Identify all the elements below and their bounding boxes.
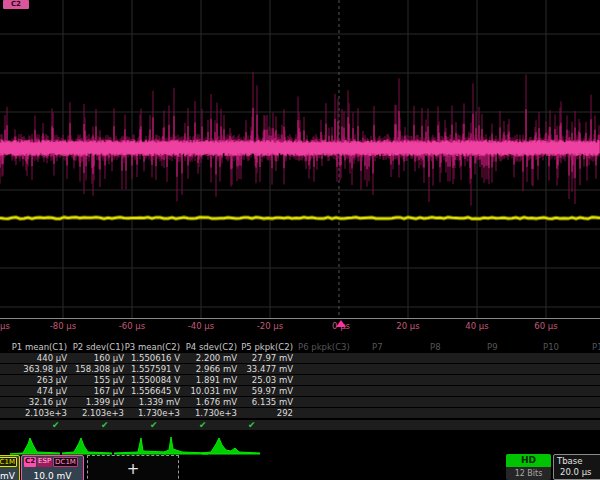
coupling-tag-c1: DC1M [0, 457, 17, 467]
time-axis-label: 40 µs [465, 321, 488, 331]
histicon[interactable] [62, 436, 112, 456]
channel-tag-esp: ESP [37, 457, 52, 467]
table-row: 440 µV160 µV1.550616 V2.200 mV27.97 mV [0, 353, 600, 363]
coupling-tag-c2: DC1M [53, 457, 78, 467]
time-axis-label: -40 µs [188, 321, 214, 331]
add-trace-button[interactable]: + [87, 455, 179, 480]
param-header-inactive[interactable]: P6 pkpk(C3) [298, 342, 350, 352]
param-header-inactive[interactable]: P7 [372, 342, 383, 352]
time-axis-label: -60 µs [119, 321, 145, 331]
param-header-inactive[interactable]: P11 [592, 342, 600, 352]
check-icon: ✔ [150, 420, 158, 430]
acquisition-hd-badge[interactable]: HD 12 Bits [506, 454, 551, 480]
bits-label: 12 Bits [506, 467, 551, 480]
param-header-inactive[interactable]: P10 [543, 342, 559, 352]
time-axis-label: -20 µs [257, 321, 283, 331]
histicon[interactable] [10, 436, 60, 456]
check-icon: ✔ [199, 420, 207, 430]
histicon[interactable] [114, 436, 166, 456]
param-header-5[interactable]: P5 pkpk(C2) [223, 342, 293, 352]
table-status-row: ✔✔✔✔✔ [0, 420, 600, 430]
table-row: 474 µV167 µV1.556645 V10.031 mV59.97 mV [0, 386, 600, 396]
table-cell: 6.135 mV [223, 397, 293, 407]
table-cell: 27.97 mV [223, 353, 293, 363]
trigger-position-marker[interactable] [336, 320, 346, 327]
table-cell: 33.477 mV [223, 364, 293, 374]
table-row: 2.103e+32.103e+31.730e+31.730e+3292 [0, 408, 600, 418]
check-icon: ✔ [52, 420, 60, 430]
channel-scale-c1: 10.0 mV [0, 471, 17, 480]
param-header-inactive[interactable]: P8 [430, 342, 441, 352]
time-axis-label: 60 µs [534, 321, 557, 331]
channel-descriptor-c2[interactable]: C2 ESP DC1M 10.0 mV [21, 455, 84, 480]
table-row: 263 µV155 µV1.550084 V1.891 mV25.03 mV [0, 375, 600, 385]
time-axis-label: -80 µs [50, 321, 76, 331]
channel-descriptor-c1[interactable]: DC1M 10.0 mV [0, 455, 20, 480]
param-header-inactive[interactable]: P9 [487, 342, 498, 352]
oscilloscope-screen: C2 -100 µs-80 µs-60 µs-40 µs-20 µs0 µs20… [0, 0, 600, 480]
table-row: 32.16 µV1.399 µV1.339 mV1.676 mV6.135 mV [0, 397, 600, 407]
plus-icon: + [127, 460, 140, 478]
table-cell: 292 [223, 408, 293, 418]
check-icon: ✔ [101, 420, 109, 430]
timebase-value: 20.0 µs [554, 466, 600, 477]
waveform-grid [0, 0, 600, 340]
timebase-descriptor[interactable]: Tbase 20.0 µs [553, 454, 600, 480]
time-axis-label: 20 µs [396, 321, 419, 331]
channel-scale-c2: 10.0 mV [24, 471, 81, 480]
time-axis-label: -100 µs [0, 321, 10, 331]
table-cell: 25.03 mV [223, 375, 293, 385]
channel-id-c2: C2 [24, 457, 36, 467]
table-row: 363.98 µV158.308 µV1.557591 V2.966 mV33.… [0, 364, 600, 374]
histicon[interactable] [202, 436, 260, 456]
trace-label-chip: C2 [3, 0, 29, 9]
table-cell: 59.97 mV [223, 386, 293, 396]
check-icon: ✔ [248, 420, 256, 430]
timebase-title: Tbase [554, 455, 600, 466]
hd-label: HD [506, 454, 551, 467]
